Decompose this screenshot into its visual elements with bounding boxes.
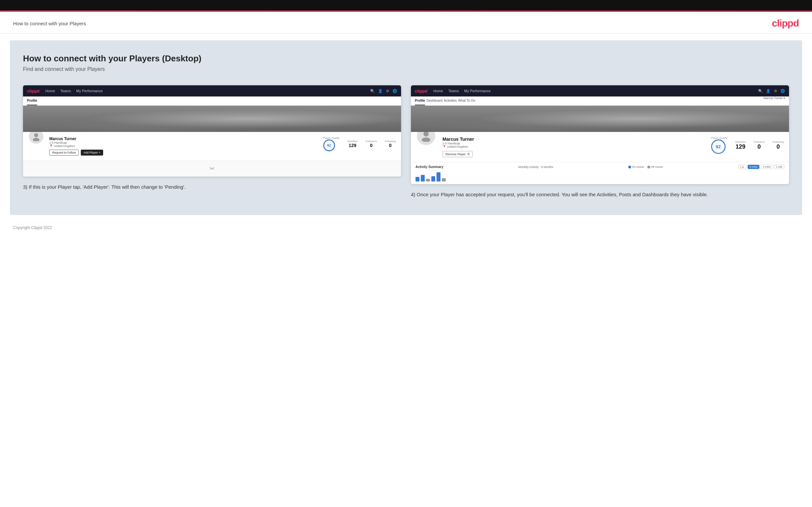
user-selector[interactable]: Marcus Turner ▾ xyxy=(763,97,785,105)
screenshot-left: clippd Home Teams My Performance 🔍 👤 ⚙ 🌐 xyxy=(23,85,401,199)
left-profile-info: Marcus Turner 1-5 Handicap 📍 United King… xyxy=(49,135,317,156)
mock-browser-left: clippd Home Teams My Performance 🔍 👤 ⚙ 🌐 xyxy=(23,85,401,177)
right-nav-home[interactable]: Home xyxy=(433,89,443,93)
left-player-handicap: 1-5 Handicap xyxy=(49,141,317,145)
left-hero-image xyxy=(23,106,401,132)
search-icon[interactable]: 🔍 xyxy=(370,89,375,93)
right-nav: clippd Home Teams My Performance 🔍 👤 ⚙ 🌐 xyxy=(411,85,789,97)
quality-circle: 92 xyxy=(323,139,335,151)
left-nav: clippd Home Teams My Performance 🔍 👤 ⚙ 🌐 xyxy=(23,85,401,97)
clippd-logo: clippd xyxy=(772,18,799,29)
right-player-name: Marcus Turner xyxy=(443,136,703,142)
chart-bar-3 xyxy=(426,179,430,181)
on-course-dot xyxy=(628,166,631,168)
chart-bar-5 xyxy=(437,172,441,181)
search-icon[interactable]: 🔍 xyxy=(758,89,763,93)
filter-1yr[interactable]: 1 yr xyxy=(738,165,746,169)
pin-icon: 📍 xyxy=(49,145,53,148)
svg-point-0 xyxy=(34,133,38,137)
activity-period: Monthly Activity · 6 Months xyxy=(518,165,554,169)
left-nav-icons: 🔍 👤 ⚙ 🌐 xyxy=(370,89,397,93)
right-profile-section: Marcus Turner 1-5 Handicap 📍 United King… xyxy=(411,132,789,162)
left-profile-section: Marcus Turner 1-5 Handicap 📍 United King… xyxy=(23,132,401,160)
page-header: How to connect with your Players clippd xyxy=(0,12,812,34)
right-stat-followers: Followers 0 xyxy=(754,140,765,150)
chart-bar-2 xyxy=(421,175,425,181)
screenshot-right: clippd Home Teams My Performance 🔍 👤 ⚙ 🌐 xyxy=(411,85,789,199)
left-tool-area: ✂ xyxy=(23,160,401,177)
filter-3mths[interactable]: 3 mths xyxy=(761,165,773,169)
left-stat-followers: Followers 0 xyxy=(366,140,377,148)
copyright: Copyright Clippd 2022 xyxy=(13,225,52,230)
caption-right: 4) Once your Player has accepted your re… xyxy=(411,191,789,199)
main-subtitle: Find and connect with your Players xyxy=(23,66,789,72)
chart-bar-1 xyxy=(415,177,419,181)
right-quality-circle: 92 xyxy=(711,139,726,154)
left-player-name: Marcus Turner xyxy=(49,136,317,141)
svg-point-2 xyxy=(423,131,429,136)
globe-icon[interactable]: 🌐 xyxy=(780,89,785,93)
left-avatar-row: Marcus Turner 1-5 Handicap 📍 United King… xyxy=(28,135,396,156)
user-icon[interactable]: 👤 xyxy=(766,89,771,93)
right-nav-teams[interactable]: Teams xyxy=(448,89,459,93)
close-icon: ✕ xyxy=(467,152,470,156)
right-stat-activities: Activities 129 xyxy=(735,140,746,150)
settings-icon[interactable]: ⚙ xyxy=(386,89,389,93)
left-nav-logo: clippd xyxy=(27,89,39,94)
mock-browser-right: clippd Home Teams My Performance 🔍 👤 ⚙ 🌐 xyxy=(411,85,789,184)
left-nav-links: Home Teams My Performance xyxy=(45,89,102,93)
left-stats-row: Player Quality 92 Activities 129 Followe… xyxy=(323,135,396,151)
right-player-location: 📍 United Kingdom xyxy=(443,145,703,148)
activity-filters: 1 yr 6 mths 3 mths 1 mth xyxy=(738,165,784,169)
left-player-location: 📍 United Kingdom xyxy=(49,145,317,148)
svg-point-3 xyxy=(422,137,430,142)
right-tabs: Profile Dashboard Activities What To On … xyxy=(411,97,789,106)
right-nav-performance[interactable]: My Performance xyxy=(464,89,491,93)
right-avatar-row: Marcus Turner 1-5 Handicap 📍 United King… xyxy=(416,135,784,157)
right-nav-logo: clippd xyxy=(415,89,427,94)
left-nav-home[interactable]: Home xyxy=(45,89,55,93)
add-player-button[interactable]: Add Player + xyxy=(81,150,103,156)
chart-bar-6 xyxy=(442,178,446,181)
right-stat-following: Following 0 xyxy=(773,140,784,150)
top-bar xyxy=(0,0,812,10)
right-nav-links: Home Teams My Performance xyxy=(433,89,491,93)
left-stat-quality: Player Quality 92 xyxy=(323,136,340,151)
settings-icon[interactable]: ⚙ xyxy=(774,89,777,93)
pin-icon-right: 📍 xyxy=(443,145,446,148)
left-nav-teams[interactable]: Teams xyxy=(60,89,71,93)
main-content: How to connect with your Players (Deskto… xyxy=(10,40,802,215)
page-footer: Copyright Clippd 2022 xyxy=(0,222,812,234)
user-icon[interactable]: 👤 xyxy=(378,89,383,93)
left-action-buttons: Request to Follow Add Player + xyxy=(49,150,317,156)
activity-legend: On course Off course xyxy=(628,165,663,168)
legend-off-course: Off course xyxy=(648,165,663,168)
right-stat-quality: Player Quality 92 xyxy=(711,136,727,154)
left-tabs: Profile xyxy=(23,97,401,106)
scissors-icon: ✂ xyxy=(210,165,214,172)
right-nav-icons: 🔍 👤 ⚙ 🌐 xyxy=(758,89,785,93)
main-title: How to connect with your Players (Deskto… xyxy=(23,54,789,64)
request-follow-button[interactable]: Request to Follow xyxy=(49,150,79,156)
tab-activities[interactable]: Activities xyxy=(444,97,457,105)
tab-what-to-work-on[interactable]: What To On xyxy=(458,97,476,105)
tab-dashboard[interactable]: Dashboard xyxy=(426,97,443,105)
caption-left: 3) If this is your Player tap, 'Add Play… xyxy=(23,183,401,191)
activity-chart xyxy=(415,171,784,181)
left-stat-following: Following 0 xyxy=(385,140,396,148)
globe-icon[interactable]: 🌐 xyxy=(393,89,397,93)
legend-on-course: On course xyxy=(628,165,644,168)
left-stat-activities: Activities 129 xyxy=(347,140,358,148)
tab-profile[interactable]: Profile xyxy=(27,97,37,105)
filter-1mth[interactable]: 1 mth xyxy=(774,165,784,169)
svg-point-1 xyxy=(33,138,39,141)
remove-player-button[interactable]: Remove Player ✕ xyxy=(443,151,473,157)
tab-profile-right[interactable]: Profile xyxy=(415,97,425,105)
right-player-handicap: 1-5 Handicap xyxy=(443,142,703,145)
filter-6mths[interactable]: 6 mths xyxy=(748,165,759,169)
avatar-icon xyxy=(32,132,41,141)
screenshots-row: clippd Home Teams My Performance 🔍 👤 ⚙ 🌐 xyxy=(23,85,789,199)
right-stats-row: Player Quality 92 Activities 129 Followe… xyxy=(711,135,784,154)
left-nav-performance[interactable]: My Performance xyxy=(76,89,103,93)
activity-summary: Activity Summary Monthly Activity · 6 Mo… xyxy=(411,162,789,184)
